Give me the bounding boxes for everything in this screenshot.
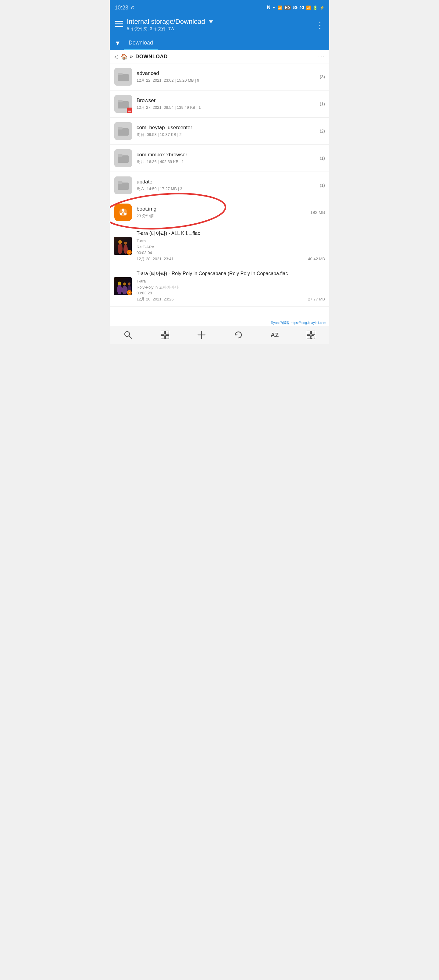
list-item[interactable]: advanced 12月 22, 2021, 23:02 | 15.20 MB …: [110, 64, 329, 91]
breadcrumb-separator: »: [130, 53, 133, 60]
svg-line-36: [129, 336, 132, 339]
list-item[interactable]: com.mmbox.xbrowser 周四, 16:36 | 402.39 KB…: [110, 145, 329, 172]
file-meta: 周日, 09:58 | 10.37 KB | 2: [137, 132, 317, 137]
sort-button[interactable]: AZ: [270, 331, 279, 339]
grid-view-button[interactable]: [160, 330, 169, 339]
music-name-2: T-ara (티아라) - Roly Poly in Copacabana (R…: [137, 270, 325, 277]
svg-point-29: [117, 285, 122, 294]
file-size: 192 MB: [310, 210, 325, 215]
list-item[interactable]: ▬ Browser 12月 27, 2021, 08:54 | 139.49 K…: [110, 91, 329, 118]
folder-icon-wrap: [114, 122, 132, 140]
svg-rect-44: [311, 331, 315, 334]
wifi-icon: 📶: [278, 5, 282, 10]
list-item-music-1[interactable]: ♪ T-ara (티아라) - ALL KILL.flac T-ara Re:T…: [110, 226, 329, 266]
folder-icon: [114, 122, 132, 140]
svg-rect-6: [118, 100, 123, 102]
back-button[interactable]: ◁: [114, 53, 118, 60]
status-icons: N ✦ 📶 HD 5G 4G 📶 🔋 ⚡: [267, 5, 324, 10]
music-badge-2: ♪: [127, 290, 132, 295]
sort-label: AZ: [270, 331, 279, 339]
music-detail-2: T-ara Roly-Poly in 코파카바나 00:03:28 12月 28…: [137, 278, 325, 302]
tab-chevron-icon[interactable]: ▼: [115, 40, 121, 47]
4g-icon: 4G: [299, 5, 304, 10]
svg-point-32: [118, 282, 121, 285]
refresh-button[interactable]: [234, 330, 243, 339]
file-info: Browser 12月 27, 2021, 08:54 | 139.49 KB …: [137, 97, 317, 110]
more-options-button[interactable]: ⋮: [316, 20, 324, 30]
status-bar: 10:23 ⊘ N ✦ 📶 HD 5G 4G 📶 🔋 ⚡: [110, 0, 329, 14]
file-count: (1): [320, 102, 325, 107]
svg-rect-43: [307, 331, 310, 334]
breadcrumb: ◁ 🏠 » DOWNLOAD ···: [110, 50, 329, 64]
5g-icon: 5G: [293, 5, 297, 10]
file-info: advanced 12月 22, 2021, 23:02 | 15.20 MB …: [137, 70, 317, 83]
svg-point-33: [123, 283, 126, 286]
svg-point-34: [128, 283, 131, 285]
header-subtitle: 5 个文件夹, 3 个文件 RW: [127, 26, 312, 32]
music-badge-1: ♪: [127, 250, 132, 255]
home-button[interactable]: 🏠: [121, 53, 128, 60]
list-item-music-2[interactable]: ♪ T-ara (티아라) - Roly Poly in Copacabana …: [110, 266, 329, 307]
signal-bars: 📶: [306, 5, 311, 10]
file-count: (1): [320, 156, 325, 161]
file-name: advanced: [137, 70, 317, 76]
svg-point-23: [118, 243, 123, 254]
charging-icon: ⚡: [319, 5, 324, 10]
folder-badge: ▬: [127, 108, 132, 113]
breadcrumb-more-button[interactable]: ···: [318, 53, 325, 60]
folder-icon: [114, 68, 132, 86]
breadcrumb-current: DOWNLOAD: [136, 54, 168, 60]
folder-icon: [114, 149, 132, 167]
search-button[interactable]: [123, 330, 132, 339]
path-chevron-icon[interactable]: [209, 21, 213, 23]
file-count: (2): [320, 129, 325, 134]
path-label: Internal storage/Download: [127, 18, 205, 25]
file-info: update 周六, 14:59 | 17.27 MB | 3: [137, 179, 317, 192]
file-info: com_heytap_usercenter 周日, 09:58 | 10.37 …: [137, 125, 317, 137]
svg-rect-0: [115, 21, 123, 22]
file-count: (1): [320, 183, 325, 188]
svg-rect-2: [115, 26, 123, 27]
time-display: 10:23: [115, 5, 128, 11]
svg-rect-40: [166, 336, 169, 339]
header-title-area: Internal storage/Download 5 个文件夹, 3 个文件 …: [127, 18, 312, 32]
list-item-boot-img[interactable]: boot.img 23 分钟前 192 MB: [110, 199, 329, 226]
header-title[interactable]: Internal storage/Download: [127, 18, 312, 25]
svg-point-25: [118, 240, 122, 244]
tab-download[interactable]: Download: [124, 36, 158, 50]
header: Internal storage/Download 5 个文件夹, 3 个文件 …: [110, 14, 329, 36]
file-meta: 周六, 14:59 | 17.27 MB | 3: [137, 186, 317, 192]
folder-icon-wrap: [114, 149, 132, 167]
file-meta: 23 分钟前: [137, 213, 307, 219]
file-name: Browser: [137, 97, 317, 103]
folder-icon: [114, 177, 132, 194]
file-name: com_heytap_usercenter: [137, 125, 317, 131]
file-meta: 12月 22, 2021, 23:02 | 15.20 MB | 9: [137, 78, 317, 83]
svg-rect-46: [311, 336, 315, 339]
music-badge-icon-2: ♪: [129, 291, 130, 294]
bottom-nav: AZ: [110, 326, 329, 344]
boot-img-icon: [114, 204, 132, 221]
list-item[interactable]: update 周六, 14:59 | 17.27 MB | 3 (1): [110, 172, 329, 199]
tab-bar: ▼ Download: [110, 36, 329, 50]
music-info-1: T-ara (티아라) - ALL KILL.flac T-ara Re:T-A…: [132, 231, 325, 262]
menu-button[interactable]: [115, 21, 123, 29]
file-name: com.mmbox.xbrowser: [137, 152, 317, 158]
svg-rect-8: [118, 127, 123, 129]
list-item[interactable]: com_heytap_usercenter 周日, 09:58 | 10.37 …: [110, 118, 329, 145]
svg-rect-45: [307, 336, 310, 339]
file-name: boot.img: [137, 206, 307, 212]
boot-img-icon-wrap: [114, 203, 132, 221]
file-info: boot.img 23 分钟前: [137, 206, 307, 219]
svg-rect-1: [115, 24, 123, 24]
svg-point-15: [122, 209, 125, 212]
status-time: 10:23 ⊘: [115, 5, 135, 11]
file-meta: 周四, 16:36 | 402.39 KB | 1: [137, 159, 317, 165]
watermark: Ryan 的博客 https://blog.iplayloli.com: [110, 319, 329, 326]
add-button[interactable]: [197, 330, 206, 339]
select-button[interactable]: [307, 330, 316, 339]
file-count: (3): [320, 74, 325, 79]
svg-rect-12: [118, 181, 123, 184]
bottom-spacer: [110, 307, 329, 319]
music-thumbnail-1: ♪: [114, 237, 132, 255]
